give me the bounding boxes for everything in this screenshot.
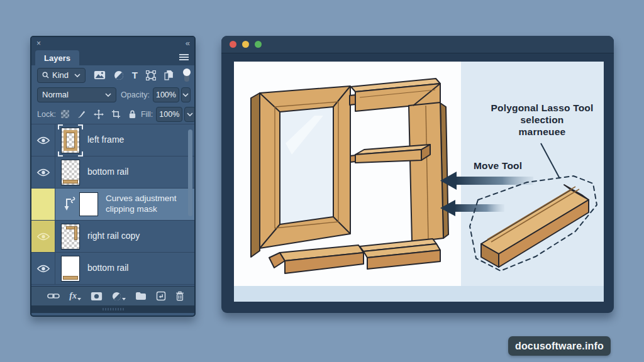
chevron-down-icon (182, 93, 189, 97)
layer-thumbnail[interactable] (61, 256, 80, 282)
panel-resize-grip[interactable] (31, 305, 194, 313)
collapse-panel-icon[interactable]: « (186, 38, 189, 48)
lasso-tool-annotation: Polygonal Lasso Tool selection marneuee (473, 102, 604, 138)
chevron-down-icon (187, 112, 193, 116)
layer-thumbnail[interactable] (61, 160, 80, 185)
tab-layers[interactable]: Layers (35, 50, 79, 65)
type-layer-filter-icon[interactable]: T (132, 70, 138, 80)
layer-row-right-rail-copy[interactable]: right rail copy (31, 221, 194, 253)
adjustment-layer-filter-icon[interactable] (114, 70, 124, 80)
smart-object-filter-icon[interactable] (164, 70, 174, 80)
move-tool-arrow-large (440, 172, 533, 190)
annotation-leader-line (541, 143, 560, 178)
panel-tab-bar: Layers (31, 49, 194, 65)
left-window-frame (251, 86, 350, 257)
eye-icon (36, 233, 50, 241)
layer-row-bottom-rail-2[interactable]: bottom rail (31, 253, 194, 285)
document-window: Polygonal Lasso Tool selection marneuee … (221, 36, 614, 313)
layers-panel: × « Layers Kind (30, 36, 196, 317)
panel-footer: fx (31, 286, 194, 305)
opacity-dropdown-button[interactable] (181, 87, 191, 102)
opacity-value-field[interactable]: 100% (153, 87, 179, 102)
shape-layer-filter-icon[interactable] (146, 70, 156, 80)
clipping-mask-arrow-icon (62, 196, 78, 212)
new-adjustment-layer-icon[interactable] (112, 292, 126, 301)
lock-label: Lock: (37, 110, 56, 119)
panel-menu-icon[interactable] (179, 53, 189, 62)
lock-position-move-icon[interactable] (94, 109, 104, 119)
middle-shelf-rail (350, 145, 430, 163)
kind-filter-dropdown[interactable]: Kind (37, 68, 86, 83)
chevron-down-icon (74, 74, 80, 77)
close-traffic-light[interactable] (230, 41, 236, 48)
eye-icon (36, 168, 50, 177)
layer-row-left-frame[interactable]: left frame (31, 124, 194, 156)
layer-name[interactable]: right rail copy (87, 231, 140, 242)
lock-artboard-icon[interactable] (111, 109, 121, 119)
layer-thumbnail[interactable] (61, 224, 80, 250)
panel-top-bar: × « (31, 37, 194, 49)
add-layer-mask-icon[interactable] (91, 292, 103, 301)
document-canvas[interactable]: Polygonal Lasso Tool selection marneuee … (234, 62, 604, 302)
fill-value-field[interactable]: 100% (156, 107, 182, 122)
blend-mode-dropdown[interactable]: Normal (37, 87, 116, 102)
layer-name[interactable]: bottom rail (87, 167, 128, 178)
filter-toggle[interactable] (183, 69, 191, 82)
pixel-layer-filter-icon[interactable] (94, 70, 106, 80)
layer-name[interactable]: Curves adjustment clipping mask (106, 194, 182, 215)
layer-thumbnail[interactable] (61, 128, 80, 153)
visibility-toggle[interactable] (31, 124, 55, 156)
window-frame-illustration (234, 62, 604, 302)
watermark-badge: docusoftware.info (508, 336, 611, 356)
selected-rail-piece (481, 185, 589, 267)
chevron-down-icon (105, 93, 111, 97)
opacity-label: Opacity: (121, 90, 150, 99)
layer-style-fx-icon[interactable]: fx (69, 291, 81, 301)
lock-paint-brush-icon[interactable] (77, 109, 86, 119)
zoom-traffic-light[interactable] (255, 41, 262, 48)
fill-label: Fill: (141, 110, 153, 119)
link-layers-icon[interactable] (47, 293, 60, 299)
visibility-toggle[interactable] (31, 221, 55, 252)
eye-icon (36, 136, 50, 145)
visibility-toggle[interactable] (31, 253, 55, 284)
fill-dropdown-button[interactable] (184, 107, 196, 122)
filter-row: Kind T (31, 65, 194, 85)
visibility-toggle[interactable] (31, 156, 55, 188)
layer-row-bottom-rail[interactable]: bottom rail (31, 156, 194, 189)
new-layer-icon[interactable] (156, 291, 166, 301)
kind-filter-label: Kind (52, 70, 69, 80)
lock-row: Lock: Fill: (31, 104, 194, 124)
lock-all-icon[interactable] (128, 109, 136, 119)
visibility-toggle[interactable] (31, 189, 55, 220)
layer-row-curves-adjustment[interactable]: Curves adjustment clipping mask (31, 189, 194, 221)
blend-mode-value: Normal (42, 90, 69, 99)
adjustment-layer-thumbnail[interactable] (79, 192, 98, 216)
move-tool-annotation: Move Tool (474, 160, 522, 172)
layer-name[interactable]: left frame (87, 134, 124, 146)
scrollbar-thumb[interactable] (188, 129, 192, 216)
right-sill-piece (360, 239, 440, 269)
move-tool-arrow-small (440, 200, 504, 216)
eye-icon (36, 265, 50, 273)
layer-name[interactable]: bottom rail (87, 263, 128, 274)
delete-layer-trash-icon[interactable] (175, 291, 184, 301)
window-titlebar[interactable] (221, 36, 614, 53)
new-group-folder-icon[interactable] (135, 292, 147, 300)
close-icon[interactable]: × (36, 39, 41, 48)
minimize-traffic-light[interactable] (242, 41, 249, 48)
search-icon (42, 72, 49, 79)
layer-list: left frame bottom rail (31, 124, 194, 286)
lock-transparency-icon[interactable] (61, 110, 69, 118)
left-sill-piece (269, 245, 364, 273)
blend-row: Normal Opacity: 100% (31, 85, 194, 104)
